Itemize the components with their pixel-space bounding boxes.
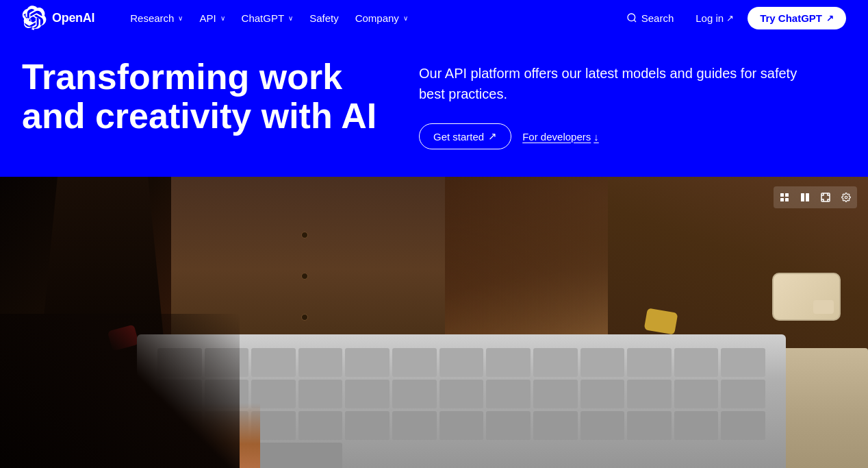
nav-item-company[interactable]: Company ∨ xyxy=(347,7,416,29)
key xyxy=(580,380,625,408)
hero-buttons: Get started ↗ For developers ↓ xyxy=(419,123,802,149)
phone-back xyxy=(772,273,841,321)
key xyxy=(674,380,719,408)
grid-view-icon xyxy=(780,193,789,202)
key xyxy=(439,411,484,440)
settings-button[interactable] xyxy=(837,188,855,206)
phone-camera xyxy=(813,300,834,314)
svg-rect-2 xyxy=(785,193,789,197)
hero-left: Transforming work and creativity with AI xyxy=(22,58,378,136)
key xyxy=(392,348,437,377)
hero-right: Our API platform offers our latest model… xyxy=(419,58,802,149)
svg-rect-3 xyxy=(780,198,784,201)
key xyxy=(627,411,672,440)
key xyxy=(486,348,531,377)
key xyxy=(627,348,672,377)
svg-rect-1 xyxy=(780,193,784,197)
developers-arrow-icon: ↓ xyxy=(593,131,599,143)
key xyxy=(533,380,578,408)
login-arrow-icon: ↗ xyxy=(726,13,734,23)
key xyxy=(486,380,531,408)
main-nav: OpenAI Research ∨ API ∨ ChatGPT ∨ Safety… xyxy=(0,0,868,36)
key xyxy=(298,380,343,408)
fullscreen-button[interactable] xyxy=(817,188,834,206)
key xyxy=(721,411,765,440)
key xyxy=(392,411,437,440)
openai-logo[interactable]: OpenAI xyxy=(22,5,94,30)
hero-title: Transforming work and creativity with AI xyxy=(22,58,378,136)
nav-item-safety[interactable]: Safety xyxy=(301,7,347,29)
key xyxy=(298,411,343,440)
try-arrow-icon: ↗ xyxy=(826,13,834,23)
button-1 xyxy=(301,232,308,238)
get-started-button[interactable]: Get started ↗ xyxy=(419,123,511,149)
svg-point-0 xyxy=(628,14,635,21)
hero-image-section xyxy=(0,177,868,468)
key xyxy=(627,380,672,408)
key xyxy=(298,348,343,377)
key xyxy=(345,380,390,408)
key xyxy=(674,411,719,440)
try-chatgpt-button[interactable]: Try ChatGPT ↗ xyxy=(748,7,846,29)
button-3 xyxy=(301,314,308,321)
key xyxy=(721,348,765,377)
image-toolbar xyxy=(774,186,857,208)
research-chevron-icon: ∨ xyxy=(178,14,183,22)
key xyxy=(345,348,390,377)
key xyxy=(674,348,719,377)
chatgpt-chevron-icon: ∨ xyxy=(288,14,293,22)
nav-item-api[interactable]: API ∨ xyxy=(191,7,233,29)
split-view-icon xyxy=(800,193,810,202)
svg-rect-6 xyxy=(806,193,809,201)
dark-overlay-bottom-left xyxy=(0,314,240,468)
get-started-arrow-icon: ↗ xyxy=(488,130,497,143)
nav-item-research[interactable]: Research ∨ xyxy=(122,7,191,29)
svg-rect-5 xyxy=(801,193,804,201)
settings-icon xyxy=(841,193,851,202)
key xyxy=(721,380,765,408)
openai-logo-svg xyxy=(22,5,47,30)
svg-point-8 xyxy=(845,196,847,199)
api-chevron-icon: ∨ xyxy=(220,14,225,22)
key xyxy=(392,380,437,408)
key xyxy=(580,348,625,377)
key xyxy=(533,411,578,440)
key xyxy=(439,380,484,408)
company-chevron-icon: ∨ xyxy=(403,14,408,22)
fullscreen-icon xyxy=(821,193,830,202)
key xyxy=(533,348,578,377)
login-link[interactable]: Log in ↗ xyxy=(687,8,742,28)
svg-rect-4 xyxy=(785,198,789,201)
button-2 xyxy=(301,273,308,280)
key xyxy=(251,348,296,377)
key xyxy=(439,348,484,377)
search-icon xyxy=(626,12,637,23)
key xyxy=(580,411,625,440)
svg-rect-7 xyxy=(821,193,830,201)
hero-description: Our API platform offers our latest model… xyxy=(419,63,802,104)
grid-view-button[interactable] xyxy=(776,188,793,206)
split-view-button[interactable] xyxy=(796,188,814,206)
photo-scene xyxy=(0,177,868,468)
hero-section: Transforming work and creativity with AI… xyxy=(0,36,868,177)
key xyxy=(486,411,531,440)
key xyxy=(345,411,390,440)
nav-item-chatgpt[interactable]: ChatGPT ∨ xyxy=(233,7,302,29)
nav-right: Search Log in ↗ Try ChatGPT ↗ xyxy=(618,7,846,29)
hero-photo xyxy=(0,177,868,468)
nav-links: Research ∨ API ∨ ChatGPT ∨ Safety Compan… xyxy=(122,7,618,29)
for-developers-button[interactable]: For developers ↓ xyxy=(522,131,599,143)
search-link[interactable]: Search xyxy=(618,8,682,28)
openai-wordmark: OpenAI xyxy=(52,11,94,25)
